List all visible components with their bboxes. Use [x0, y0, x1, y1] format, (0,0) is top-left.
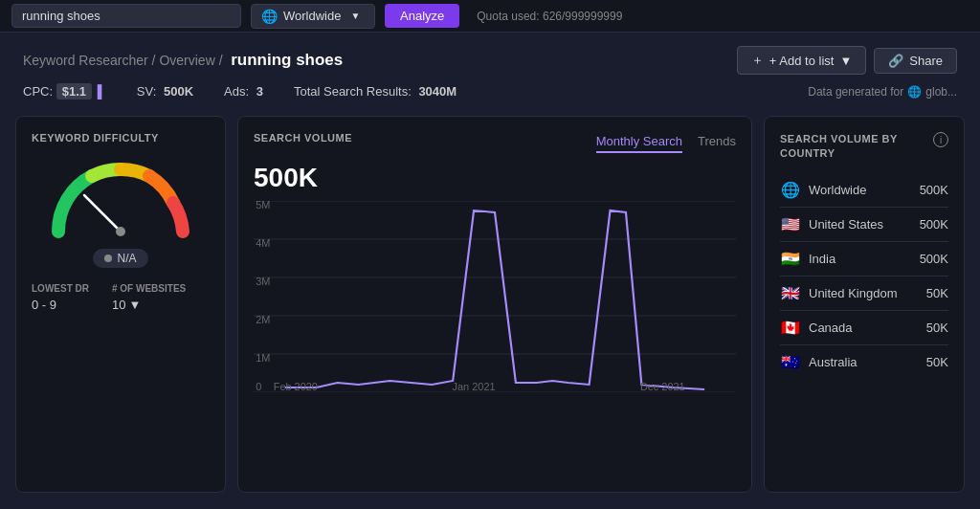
- sv-big-number: 500K: [254, 163, 736, 193]
- country-flag: 🌐: [780, 181, 801, 199]
- svg-text:Dec 2021: Dec 2021: [640, 382, 685, 391]
- country-volume: 50K: [926, 355, 948, 369]
- num-websites-label: # OF WEBSITES: [112, 283, 186, 294]
- search-volume-by-country-card: SEARCH VOLUME BY COUNTRY i 🌐 Worldwide 5…: [764, 116, 965, 493]
- globe-icon-small: 🌐: [907, 85, 922, 99]
- sv-tabs: Monthly Search Trends: [596, 134, 736, 153]
- total-results-value: 3040M: [418, 84, 457, 99]
- share-icon: 🔗: [888, 54, 903, 68]
- lowest-dr-label: LOWEST DR: [32, 283, 89, 294]
- add-to-list-button[interactable]: ＋ + Add to list ▼: [737, 46, 866, 75]
- region-label: Worldwide: [283, 9, 341, 23]
- country-row[interactable]: 🇨🇦 Canada 50K: [780, 311, 948, 345]
- kd-title: KEYWORD DIFFICULTY: [32, 132, 210, 144]
- search-volume-chart: 5M 4M 3M 2M 1M 0 Feb 2020 Jan 2021 Dec 2…: [254, 201, 736, 392]
- svg-text:Jan 2021: Jan 2021: [453, 382, 496, 391]
- tab-trends[interactable]: Trends: [698, 134, 736, 153]
- country-flag: 🇨🇦: [780, 319, 801, 337]
- country-flag: 🇬🇧: [780, 284, 801, 302]
- info-icon[interactable]: i: [933, 132, 948, 147]
- svg-text:3M: 3M: [256, 277, 270, 286]
- dropdown-arrow-icon: ▼: [839, 54, 852, 68]
- header-actions: ＋ + Add to list ▼ 🔗 Share: [737, 46, 957, 75]
- quota-text: Quota used: 626/999999999: [477, 10, 622, 23]
- country-list: 🌐 Worldwide 500K 🇺🇸 United States 500K 🇮…: [780, 173, 948, 379]
- sv-value: 500K: [164, 84, 193, 99]
- breadcrumb-prefix: Keyword Researcher / Overview /: [23, 53, 223, 68]
- tab-monthly-search[interactable]: Monthly Search: [596, 134, 682, 153]
- country-row[interactable]: 🇦🇺 Australia 50K: [780, 345, 948, 379]
- lowest-dr-value: 0 - 9: [32, 298, 56, 312]
- country-volume: 50K: [926, 321, 948, 335]
- svg-point-1: [116, 227, 125, 236]
- svg-text:2M: 2M: [256, 315, 270, 324]
- na-text: N/A: [117, 252, 136, 265]
- search-volume-card: SEARCH VOLUME Monthly Search Trends 500K…: [237, 116, 752, 493]
- country-name: United Kingdom: [809, 286, 919, 300]
- country-row[interactable]: 🌐 Worldwide 500K: [780, 173, 948, 208]
- ads-stat: Ads: 3: [224, 84, 263, 99]
- country-volume: 500K: [920, 217, 948, 232]
- ads-value: 3: [256, 84, 263, 99]
- gauge-svg: [44, 155, 197, 241]
- country-flag: 🇺🇸: [780, 215, 801, 233]
- svc-header: SEARCH VOLUME BY COUNTRY i: [780, 132, 948, 162]
- country-row[interactable]: 🇬🇧 United Kingdom 50K: [780, 277, 948, 311]
- sv-stat: SV: 500K: [137, 84, 193, 99]
- kd-footer: LOWEST DR 0 - 9 # OF WEBSITES 10 ▼: [32, 283, 210, 312]
- share-button[interactable]: 🔗 Share: [874, 48, 957, 74]
- cpc-stat: CPC: $1.1 ▌: [23, 84, 106, 99]
- main-header: Keyword Researcher / Overview / running …: [0, 33, 980, 84]
- country-volume: 500K: [920, 252, 948, 266]
- region-selector[interactable]: 🌐 Worldwide ▼: [251, 4, 375, 29]
- top-bar: 🌐 Worldwide ▼ Analyze Quota used: 626/99…: [0, 0, 980, 33]
- country-name: India: [809, 252, 912, 266]
- plus-icon: ＋: [751, 52, 764, 69]
- country-volume: 500K: [920, 183, 948, 197]
- svg-text:1M: 1M: [256, 353, 270, 363]
- country-row[interactable]: 🇺🇸 United States 500K: [780, 208, 948, 242]
- svg-text:4M: 4M: [256, 238, 270, 248]
- breadcrumb: Keyword Researcher / Overview / running …: [23, 51, 343, 70]
- lowest-dr: LOWEST DR 0 - 9: [32, 283, 89, 312]
- country-name: Canada: [809, 321, 919, 335]
- chevron-down-icon: ▼: [350, 11, 360, 21]
- country-name: United States: [809, 217, 912, 232]
- chart-container: 5M 4M 3M 2M 1M 0 Feb 2020 Jan 2021 Dec 2…: [254, 201, 736, 392]
- country-row[interactable]: 🇮🇳 India 500K: [780, 242, 948, 277]
- svg-text:5M: 5M: [256, 201, 270, 210]
- stats-bar: CPC: $1.1 ▌ SV: 500K Ads: 3 Total Search…: [0, 84, 980, 108]
- websites-value: 10: [112, 298, 125, 312]
- websites-value-container: 10 ▼: [112, 298, 186, 312]
- svg-line-0: [84, 195, 121, 232]
- svg-text:0: 0: [256, 382, 261, 391]
- country-name: Worldwide: [809, 183, 912, 197]
- add-to-list-label: + Add to list: [769, 54, 835, 68]
- country-flag: 🇦🇺: [780, 353, 801, 371]
- gauge-container: [44, 155, 197, 241]
- total-results-stat: Total Search Results: 3040M: [294, 84, 457, 99]
- share-label: Share: [909, 54, 943, 68]
- globe-icon: 🌐: [261, 9, 278, 24]
- sv-title: SEARCH VOLUME: [254, 132, 352, 144]
- country-volume: 50K: [926, 286, 948, 300]
- sv-header: SEARCH VOLUME Monthly Search Trends: [254, 132, 736, 155]
- gauge-dot: [104, 254, 112, 262]
- cpc-value: $1.1: [56, 83, 92, 100]
- data-generated: Data generated for 🌐 glob...: [808, 85, 957, 99]
- svc-title: SEARCH VOLUME BY COUNTRY: [780, 132, 933, 162]
- keyword-search-input[interactable]: [11, 4, 241, 28]
- keyword-title: running shoes: [231, 51, 343, 69]
- country-name: Australia: [809, 355, 919, 369]
- keyword-difficulty-card: KEYWORD DIFFICULTY: [15, 116, 226, 493]
- country-flag: 🇮🇳: [780, 250, 801, 268]
- main-content: KEYWORD DIFFICULTY: [0, 108, 980, 500]
- gauge-na-label: N/A: [32, 249, 210, 268]
- data-generated-suffix: glob...: [925, 85, 957, 99]
- num-websites: # OF WEBSITES 10 ▼: [112, 283, 186, 312]
- svg-text:Feb 2020: Feb 2020: [274, 382, 318, 391]
- cpc-bar: ▌: [98, 84, 106, 99]
- chevron-down-icon[interactable]: ▼: [128, 298, 141, 312]
- analyze-button[interactable]: Analyze: [385, 4, 459, 28]
